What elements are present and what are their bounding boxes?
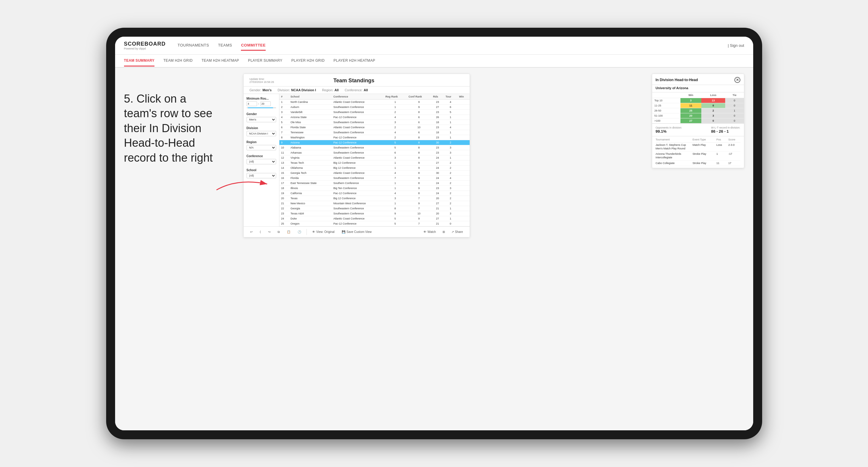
toolbar: ↩ ⟨ ↪ ⧉ 📋 🕐 👁 View: Original 💾 Save Cust…: [244, 226, 470, 237]
h2h-cell-label: 51-100: [652, 113, 680, 118]
subnav-team-summary[interactable]: TEAM SUMMARY: [124, 56, 154, 66]
cell-tour: 1: [444, 115, 457, 120]
cell-conf-rank: 8: [407, 140, 431, 145]
paste-button[interactable]: 📋: [285, 229, 292, 235]
region-select[interactable]: N/A: [247, 145, 276, 150]
conference-select[interactable]: (All): [247, 159, 276, 164]
table-row[interactable]: 6 Florida State Atlantic Coast Conferenc…: [279, 125, 470, 130]
h2h-cell-label: Top 10: [652, 98, 680, 103]
cell-reg-rank: 4: [384, 130, 407, 135]
cell-tour: 1: [444, 120, 457, 125]
table-row[interactable]: 16 Florida Southeastern Conference 7 9 2…: [279, 176, 470, 181]
table-row[interactable]: 7 Tennessee Southeastern Conference 4 6 …: [279, 130, 470, 135]
subnav-player-h2h-heatmap[interactable]: PLAYER H2H HEATMAP: [334, 56, 375, 66]
cell-tour: 2: [444, 140, 457, 145]
gender-select[interactable]: Men's: [247, 117, 276, 122]
table-row[interactable]: 25 Oregon Pac-12 Conference 5 7 21 0: [279, 221, 470, 226]
cell-conference: Pac-12 Conference: [332, 115, 384, 120]
cell-rank: 25: [279, 221, 289, 226]
h2h-cell-tie: 1: [725, 108, 744, 113]
cell-rank: 21: [279, 201, 289, 206]
cell-conf-rank: 9: [407, 165, 431, 170]
save-custom-button[interactable]: 💾 Save Custom View: [340, 229, 373, 235]
cell-rank: 10: [279, 145, 289, 150]
table-row[interactable]: 10 Alabama Southeastern Conference 5 8 2…: [279, 145, 470, 150]
clock-button[interactable]: 🕐: [296, 229, 303, 235]
subnav-team-h2h-heatmap[interactable]: TEAM H2H HEATMAP: [202, 56, 239, 66]
undo-button[interactable]: ↩: [248, 229, 254, 235]
tour-score: 2-3-0: [728, 144, 740, 150]
col-rank: #: [279, 94, 289, 100]
cell-conf-rank: 8: [407, 110, 431, 115]
division-select[interactable]: NCAA Division I: [247, 131, 276, 136]
table-row[interactable]: 21 New Mexico Mountain West Conference 1…: [279, 201, 470, 206]
cell-conference: Southeastern Conference: [332, 110, 384, 115]
subnav-player-summary[interactable]: PLAYER SUMMARY: [248, 56, 282, 66]
layout-button[interactable]: ⊞: [441, 229, 447, 235]
cell-school: New Mexico: [289, 201, 332, 206]
redo-button[interactable]: ↪: [266, 229, 272, 235]
cell-conf-rank: 8: [407, 181, 431, 186]
nav-committee[interactable]: COMMITTEE: [241, 40, 266, 51]
h2h-cell-label: >100: [652, 118, 680, 123]
table-row[interactable]: 13 Texas Tech Big 12 Conference 1 9 27 2: [279, 160, 470, 165]
cell-win: [457, 181, 469, 186]
subnav-player-h2h-grid[interactable]: PLAYER H2H GRID: [291, 56, 325, 66]
sign-out-button[interactable]: | Sign out: [728, 43, 744, 48]
cell-tour: 1: [444, 135, 457, 140]
table-row[interactable]: 3 Vanderbilt Southeastern Conference 2 8…: [279, 110, 470, 115]
table-row[interactable]: 23 Texas A&M Southeastern Conference 9 1…: [279, 211, 470, 216]
cell-rds: 27: [431, 201, 444, 206]
min-rounds-range: -: [247, 101, 276, 106]
subnav-team-h2h-grid[interactable]: TEAM H2H GRID: [163, 56, 193, 66]
cell-tour: 1: [444, 155, 457, 160]
cell-rank: 23: [279, 211, 289, 216]
table-row[interactable]: 15 Georgia Tech Atlantic Coast Conferenc…: [279, 170, 470, 176]
table-row[interactable]: 9 Arizona Pac-12 Conference 5 8 30 2: [279, 140, 470, 145]
cell-rds: 21: [431, 206, 444, 211]
table-row[interactable]: 8 Washington Pac-12 Conference 2 8 23 1: [279, 135, 470, 140]
table-row[interactable]: 1 North Carolina Atlantic Coast Conferen…: [279, 100, 470, 105]
filter-group-division: Division NCAA Division I: [247, 126, 276, 136]
nav-tournaments[interactable]: TOURNAMENTS: [178, 40, 209, 51]
region-label: Region: [247, 141, 276, 144]
table-row[interactable]: 24 Duke Atlantic Coast Conference 5 9 27…: [279, 216, 470, 221]
cell-tour: 2: [444, 170, 457, 176]
nav-teams[interactable]: TEAMS: [218, 40, 232, 51]
table-row[interactable]: 11 Arkansas Southeastern Conference 6 8 …: [279, 150, 470, 155]
tour-name: Cabo Collegiate: [656, 162, 693, 165]
table-row[interactable]: 12 Virginia Atlantic Coast Conference 3 …: [279, 155, 470, 160]
cell-rank: 15: [279, 170, 289, 176]
min-rounds-input[interactable]: [247, 101, 257, 106]
table-row[interactable]: 17 East Tennessee State Southern Confere…: [279, 181, 470, 186]
watch-button[interactable]: 👁 Watch: [422, 229, 438, 235]
table-row[interactable]: 22 Georgia Southeastern Conference 8 7 2…: [279, 206, 470, 211]
cell-conference: Southeastern Conference: [332, 105, 384, 110]
view-original-button[interactable]: 👁 View: Original: [310, 229, 337, 235]
max-rounds-input[interactable]: [260, 101, 271, 106]
h2h-cell-win: 25: [680, 108, 701, 113]
cell-school: Arizona State: [289, 115, 332, 120]
table-row[interactable]: 20 Texas Big 12 Conference 3 7 20 2: [279, 196, 470, 201]
cell-conference: Southeastern Conference: [332, 176, 384, 181]
cell-tour: 3: [444, 186, 457, 191]
table-row[interactable]: 2 Auburn Southeastern Conference 1 9 27 …: [279, 105, 470, 110]
table-row[interactable]: 18 Illinois Big Ten Conference 1 9 23 3: [279, 186, 470, 191]
table-row[interactable]: 5 Ole Miss Southeastern Conference 3 6 1…: [279, 120, 470, 125]
step-back-button[interactable]: ⟨: [258, 229, 263, 235]
share-button[interactable]: ↗ Share: [450, 229, 465, 235]
table-row[interactable]: 19 California Pac-12 Conference 4 8 24 2: [279, 191, 470, 196]
table-row[interactable]: 4 Arizona State Pac-12 Conference 4 6 26…: [279, 115, 470, 120]
copy-button[interactable]: ⧉: [276, 229, 281, 235]
cell-rds: 21: [431, 221, 444, 226]
cell-conf-rank: 8: [407, 150, 431, 155]
col-win: Win: [457, 94, 469, 100]
cell-win: [457, 140, 469, 145]
h2h-stats: Opponents in division: 99.1% W-L-T recor…: [652, 123, 744, 136]
h2h-close-button[interactable]: ✕: [735, 77, 740, 83]
cell-rds: 20: [431, 196, 444, 201]
cell-reg-rank: 2: [384, 135, 407, 140]
h2h-cell-win: 3: [680, 98, 701, 103]
table-row[interactable]: 14 Oklahoma Big 12 Conference 1 9 24 2: [279, 165, 470, 170]
cell-tour: 1: [444, 216, 457, 221]
